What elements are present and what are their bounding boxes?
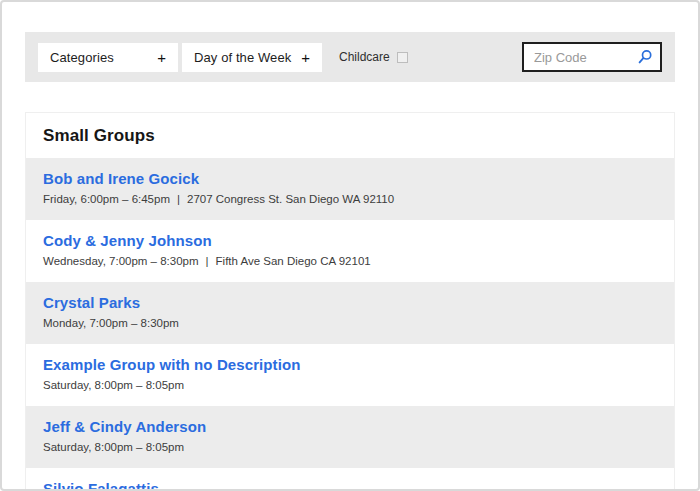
meta-separator: | <box>177 193 180 205</box>
group-name-link[interactable]: Silvio Falagattis <box>43 480 159 491</box>
filter-bar: Categories + Day of the Week + Childcare <box>25 32 675 82</box>
group-row: Crystal Parks Monday, 7:00pm – 8:30pm <box>26 282 674 344</box>
search-button[interactable] <box>637 49 653 65</box>
group-list: Bob and Irene Gocick Friday, 6:00pm – 6:… <box>26 158 674 491</box>
group-meta: Monday, 7:00pm – 8:30pm <box>43 317 657 329</box>
group-address: 2707 Congress St. San Diego WA 92110 <box>187 193 394 205</box>
group-meta: Saturday, 8:00pm – 8:05pm <box>43 441 657 453</box>
group-row: Example Group with no Description Saturd… <box>26 344 674 406</box>
group-meta: Friday, 6:00pm – 6:45pm|2707 Congress St… <box>43 193 657 205</box>
group-schedule: Monday, 7:00pm – 8:30pm <box>43 317 179 329</box>
group-meta: Wednesday, 7:00pm – 8:30pm|Fifth Ave San… <box>43 255 657 267</box>
childcare-label: Childcare <box>339 50 390 64</box>
group-row: Jeff & Cindy Anderson Saturday, 8:00pm –… <box>26 406 674 468</box>
group-name-link[interactable]: Crystal Parks <box>43 294 140 311</box>
group-meta: Saturday, 8:00pm – 8:05pm <box>43 379 657 391</box>
group-schedule: Wednesday, 7:00pm – 8:30pm <box>43 255 199 267</box>
group-name-link[interactable]: Cody & Jenny Johnson <box>43 232 212 249</box>
group-address: Fifth Ave San Diego CA 92101 <box>216 255 371 267</box>
group-row: Cody & Jenny Johnson Wednesday, 7:00pm –… <box>26 220 674 282</box>
childcare-filter: Childcare <box>339 50 408 64</box>
group-name-link[interactable]: Bob and Irene Gocick <box>43 170 199 187</box>
plus-icon: + <box>301 50 310 65</box>
group-schedule: Saturday, 8:00pm – 8:05pm <box>43 379 184 391</box>
group-schedule: Saturday, 8:00pm – 8:05pm <box>43 441 184 453</box>
zip-code-input[interactable] <box>534 50 637 65</box>
group-schedule: Friday, 6:00pm – 6:45pm <box>43 193 170 205</box>
categories-dropdown[interactable]: Categories + <box>38 43 178 72</box>
meta-separator: | <box>206 255 209 267</box>
group-name-link[interactable]: Jeff & Cindy Anderson <box>43 418 206 435</box>
small-groups-card: Small Groups Bob and Irene Gocick Friday… <box>25 112 675 491</box>
day-of-week-dropdown[interactable]: Day of the Week + <box>182 43 322 72</box>
childcare-checkbox[interactable] <box>397 52 408 63</box>
day-of-week-label: Day of the Week <box>194 50 291 65</box>
group-name-link[interactable]: Example Group with no Description <box>43 356 301 373</box>
zip-code-box <box>522 42 662 72</box>
group-row: Silvio Falagattis <box>26 468 674 491</box>
search-icon <box>637 49 653 65</box>
page-title: Small Groups <box>26 113 674 158</box>
categories-label: Categories <box>50 50 114 65</box>
group-row: Bob and Irene Gocick Friday, 6:00pm – 6:… <box>26 158 674 220</box>
plus-icon: + <box>157 50 166 65</box>
